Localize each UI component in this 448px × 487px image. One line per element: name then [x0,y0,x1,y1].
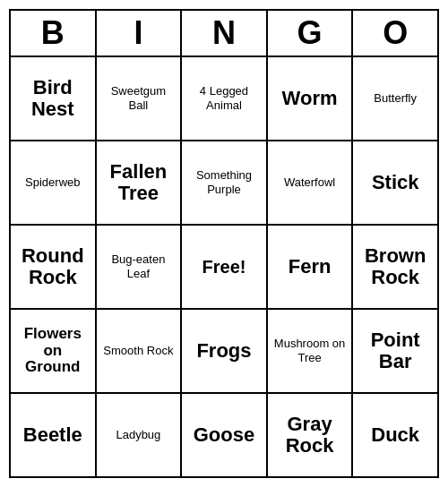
cell-label: Fallen Tree [100,161,177,204]
cell-label: Gray Rock [271,414,349,457]
bingo-grid: Bird NestSweetgum Ball4 Legged AnimalWor… [11,57,437,476]
bingo-cell: Waterfowl [268,141,354,224]
cell-label: Flowers on Ground [14,326,91,376]
cell-label: Bug-eaten Leaf [100,252,177,280]
cell-label: Mushroom on Tree [271,337,349,364]
cell-label: Something Purple [185,168,263,196]
bingo-cell: Bug-eaten Leaf [97,226,183,308]
cell-label: Round Rock [14,245,91,288]
cell-label: 4 Legged Animal [185,84,263,112]
cell-label: Beetle [23,424,82,446]
bingo-cell: Duck [353,394,437,476]
bingo-cell: Ladybug [97,394,183,476]
cell-label: Smooth Rock [103,344,173,358]
cell-label: Fern [289,256,332,278]
bingo-row: Flowers on GroundSmooth RockFrogsMushroo… [11,310,437,394]
cell-label: Sweetgum Ball [100,84,177,112]
bingo-row: BeetleLadybugGooseGray RockDuck [11,394,437,476]
bingo-cell: Gray Rock [268,394,354,476]
bingo-row: SpiderwebFallen TreeSomething PurpleWate… [11,141,437,226]
cell-label: Butterfly [374,91,417,106]
bingo-cell: Smooth Rock [97,310,183,392]
bingo-cell: Frogs [182,310,268,392]
cell-label: Spiderweb [25,175,80,190]
bingo-cell: Free! [182,226,268,308]
cell-label: Stick [372,172,419,193]
bingo-cell: Stick [353,141,437,224]
header-letter: B [11,11,97,56]
bingo-cell: Round Rock [11,226,97,308]
cell-label: Frogs [196,340,251,362]
cell-label: Free! [202,257,246,278]
cell-label: Brown Rock [357,245,434,288]
cell-label: Goose [194,424,254,446]
bingo-cell: Beetle [11,394,97,476]
cell-label: Duck [371,424,419,446]
bingo-cell: Sweetgum Ball [97,57,183,140]
bingo-card: BINGO Bird NestSweetgum Ball4 Legged Ani… [9,9,439,478]
bingo-cell: Mushroom on Tree [268,310,354,392]
bingo-header: BINGO [11,11,437,57]
header-letter: O [353,11,437,56]
bingo-cell: Something Purple [182,141,268,224]
bingo-cell: Spiderweb [11,141,97,224]
header-letter: G [268,11,354,56]
cell-label: Waterfowl [284,175,335,190]
cell-label: Worm [282,88,338,109]
bingo-cell: Point Bar [353,310,437,392]
bingo-cell: Goose [182,394,268,476]
bingo-cell: Bird Nest [11,57,97,140]
bingo-row: Round RockBug-eaten LeafFree!FernBrown R… [11,226,437,310]
bingo-cell: 4 Legged Animal [182,57,268,140]
bingo-cell: Brown Rock [353,226,437,308]
cell-label: Point Bar [357,329,434,372]
bingo-cell: Butterfly [353,57,437,140]
header-letter: N [182,11,268,56]
bingo-row: Bird NestSweetgum Ball4 Legged AnimalWor… [11,57,437,141]
bingo-cell: Fallen Tree [97,141,183,224]
bingo-cell: Flowers on Ground [11,310,97,392]
bingo-cell: Worm [268,57,354,140]
cell-label: Ladybug [116,428,160,442]
header-letter: I [97,11,183,56]
bingo-cell: Fern [268,226,354,308]
cell-label: Bird Nest [14,77,91,120]
